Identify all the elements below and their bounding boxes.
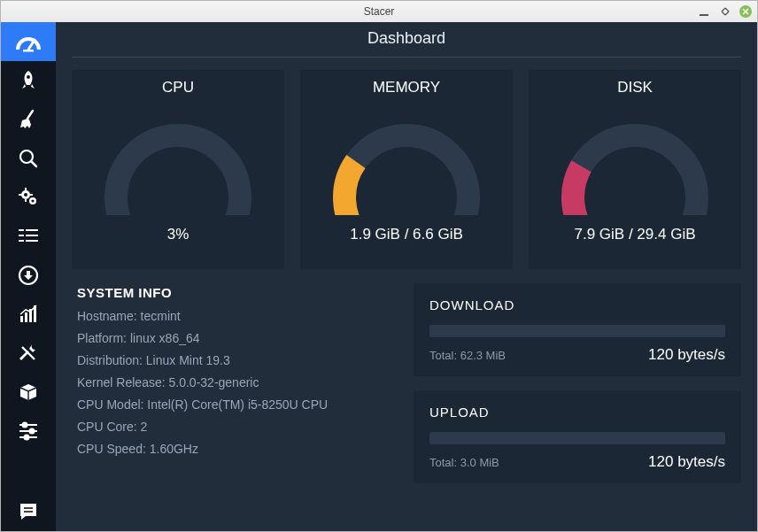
feedback-icon (18, 501, 39, 522)
svg-rect-23 (25, 312, 27, 322)
system-info-panel: SYSTEM INFO Hostname: tecmint Platform: … (72, 283, 398, 520)
gauge-disk-value: 7.9 GiB / 29.4 GiB (574, 226, 695, 243)
svg-point-32 (25, 436, 29, 440)
sidebar-item-apt[interactable] (1, 373, 56, 412)
svg-line-4 (27, 111, 33, 119)
sysinfo-hostname: Hostname: tecmint (77, 309, 392, 323)
sidebar-item-search[interactable] (1, 139, 56, 178)
sysinfo-distribution: Distribution: Linux Mint 19.3 (77, 353, 392, 367)
sidebar-item-services[interactable] (1, 178, 56, 217)
svg-line-1 (28, 40, 35, 50)
sidebar-item-settings[interactable] (1, 412, 56, 451)
svg-point-8 (24, 193, 27, 197)
svg-rect-0 (700, 14, 708, 16)
sysinfo-cpu-model: CPU Model: Intel(R) Core(TM) i5-8250U CP… (77, 397, 392, 412)
download-bar (429, 325, 725, 337)
gauge-cpu-value: 3% (167, 226, 190, 243)
broom-icon (17, 108, 40, 131)
maximize-button[interactable] (718, 4, 732, 19)
lower-row: SYSTEM INFO Hostname: tecmint Platform: … (72, 283, 741, 520)
titlebar-controls (697, 1, 752, 22)
dashboard-icon (15, 30, 42, 53)
svg-point-28 (23, 423, 27, 428)
system-info-heading: SYSTEM INFO (77, 285, 392, 300)
sidebar-item-uninstaller[interactable] (1, 256, 56, 295)
gauge-row: CPU 3% MEMORY 1.9 GiB / 6.6 GiB DISK 7.9… (72, 70, 741, 269)
window-titlebar: Stacer (1, 1, 757, 23)
svg-rect-15 (19, 229, 24, 231)
svg-rect-16 (26, 229, 38, 231)
search-icon (18, 148, 39, 169)
gauge-disk-arc (546, 100, 723, 215)
download-rate: 120 bytes/s (648, 346, 725, 364)
sidebar-item-resources[interactable] (1, 295, 56, 334)
svg-rect-22 (20, 316, 23, 322)
gauge-memory-value: 1.9 GiB / 6.6 GiB (350, 226, 463, 243)
sidebar-item-processes[interactable] (1, 217, 56, 256)
page-title: Dashboard (72, 22, 741, 58)
svg-rect-18 (26, 235, 38, 236)
sysinfo-cpu-core: CPU Core: 2 (77, 420, 392, 434)
sidebar-item-dashboard[interactable] (1, 22, 56, 61)
upload-bar (429, 432, 725, 444)
sidebar-item-startup[interactable] (1, 61, 56, 100)
gauge-memory-title: MEMORY (373, 79, 440, 96)
tools-icon (17, 342, 40, 365)
rocket-icon (17, 69, 40, 92)
sidebar-item-cleaner[interactable] (1, 100, 56, 139)
processes-icon (17, 227, 40, 246)
sysinfo-platform: Platform: linux x86_64 (77, 331, 392, 345)
sysinfo-cpu-speed: CPU Speed: 1.60GHz (77, 442, 392, 456)
svg-line-6 (31, 161, 36, 166)
gauge-cpu: CPU 3% (72, 70, 284, 269)
svg-rect-17 (19, 235, 24, 236)
svg-rect-20 (26, 240, 38, 242)
upload-title: UPLOAD (429, 405, 725, 420)
window-title: Stacer (364, 5, 395, 18)
svg-point-10 (31, 199, 34, 202)
svg-rect-2 (23, 50, 34, 52)
upload-total: Total: 3.0 MiB (429, 456, 499, 469)
package-remove-icon (17, 264, 40, 287)
gears-icon (17, 186, 40, 209)
upload-card: UPLOAD Total: 3.0 MiB 120 bytes/s (414, 390, 741, 483)
main-content: Dashboard CPU 3% MEMORY 1.9 GiB / 6.6 Gi… (56, 22, 757, 531)
sidebar-item-feedback[interactable] (1, 492, 56, 531)
svg-point-30 (30, 429, 35, 434)
download-total: Total: 62.3 MiB (429, 349, 506, 362)
svg-point-3 (27, 75, 30, 79)
gauge-disk: DISK 7.9 GiB / 29.4 GiB (529, 70, 741, 269)
upload-rate: 120 bytes/s (648, 453, 725, 471)
gauge-memory-arc (318, 100, 495, 215)
network-column: DOWNLOAD Total: 62.3 MiB 120 bytes/s UPL… (414, 283, 741, 520)
sidebar-item-helpers[interactable] (1, 334, 56, 373)
svg-rect-19 (19, 240, 24, 242)
minimize-button[interactable] (697, 4, 711, 19)
gauge-cpu-title: CPU (162, 79, 194, 96)
sidebar (1, 22, 56, 531)
download-title: DOWNLOAD (429, 297, 725, 312)
download-card: DOWNLOAD Total: 62.3 MiB 120 bytes/s (414, 283, 741, 376)
chart-icon (18, 304, 39, 325)
gauge-cpu-arc (89, 100, 267, 215)
app-body: Dashboard CPU 3% MEMORY 1.9 GiB / 6.6 Gi… (1, 22, 757, 531)
box-icon (18, 382, 39, 403)
gauge-memory: MEMORY 1.9 GiB / 6.6 GiB (300, 70, 513, 269)
close-button[interactable] (739, 5, 752, 18)
sliders-icon (18, 421, 39, 441)
gauge-disk-title: DISK (617, 79, 653, 96)
sysinfo-kernel: Kernel Release: 5.0.0-32-generic (77, 375, 392, 389)
